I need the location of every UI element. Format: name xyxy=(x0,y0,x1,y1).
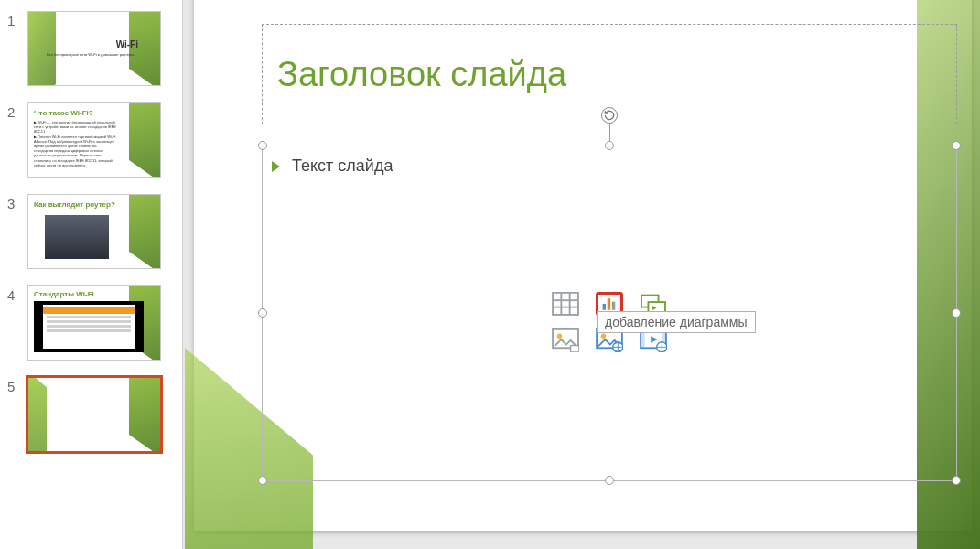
thumbnail-row-4[interactable]: 4 Стандарты Wi-Fi xyxy=(7,285,175,361)
resize-handle-br[interactable] xyxy=(952,476,961,485)
slide-editor-area[interactable]: Заголовок слайда Текст слайда xyxy=(183,0,980,549)
resize-handle-mr[interactable] xyxy=(952,308,961,318)
body-placeholder-text: Текст слайда xyxy=(292,156,393,176)
thumbnail-title: Wi-Fi xyxy=(116,39,138,49)
thumbnail-title: Как выглядит роутер? xyxy=(34,200,115,209)
thumbnail-slide-5[interactable] xyxy=(27,377,161,452)
svg-point-11 xyxy=(557,333,563,339)
thumbnail-row-1[interactable]: 1 Wi-Fi Все беспроводные сети Wi-Fi и до… xyxy=(7,11,175,86)
thumbnail-number: 5 xyxy=(7,377,22,394)
thumbnail-slide-2[interactable]: Что такое Wi-Fi? ▶ Wi-Fi — технология бе… xyxy=(27,102,161,178)
resize-handle-tl[interactable] xyxy=(258,141,267,150)
resize-handle-tm[interactable] xyxy=(605,141,614,150)
title-placeholder-text: Заголовок слайда xyxy=(277,55,566,94)
svg-rect-5 xyxy=(603,304,606,310)
insert-table-icon[interactable] xyxy=(552,292,579,316)
bullet-icon xyxy=(272,161,280,172)
resize-handle-ml[interactable] xyxy=(258,308,267,318)
thumbnail-slide-4[interactable]: Стандарты Wi-Fi xyxy=(27,285,161,361)
resize-handle-bm[interactable] xyxy=(605,476,614,485)
slide-canvas[interactable]: Заголовок слайда Текст слайда xyxy=(194,0,972,531)
thumbnail-number: 4 xyxy=(7,285,22,303)
rotation-stem xyxy=(609,124,610,141)
svg-point-14 xyxy=(601,333,607,339)
rotate-icon xyxy=(602,108,617,123)
tooltip: добавление диаграммы xyxy=(597,311,756,333)
thumbnail-slide-3[interactable]: Как выглядит роутер? xyxy=(27,194,161,269)
svg-rect-6 xyxy=(608,298,610,310)
thumbnail-row-2[interactable]: 2 Что такое Wi-Fi? ▶ Wi-Fi — технология … xyxy=(7,102,175,178)
thumbnail-row-3[interactable]: 3 Как выглядит роутер? xyxy=(7,194,175,269)
resize-handle-tr[interactable] xyxy=(952,141,961,150)
svg-rect-7 xyxy=(612,302,615,310)
rotation-handle[interactable] xyxy=(601,107,618,124)
thumbnail-row-5[interactable]: 5 xyxy=(7,377,175,452)
insert-picture-icon[interactable] xyxy=(552,328,579,352)
svg-rect-0 xyxy=(553,293,578,315)
slide-thumbnail-panel[interactable]: 1 Wi-Fi Все беспроводные сети Wi-Fi и до… xyxy=(0,0,183,549)
thumbnail-number: 1 xyxy=(7,11,22,28)
thumbnail-title: Стандарты Wi-Fi xyxy=(34,290,94,298)
svg-rect-12 xyxy=(571,345,579,351)
thumbnail-number: 2 xyxy=(7,102,22,120)
thumbnail-number: 3 xyxy=(7,194,22,211)
thumbnail-slide-1[interactable]: Wi-Fi Все беспроводные сети Wi-Fi и дома… xyxy=(27,11,161,86)
thumbnail-title: Что такое Wi-Fi? xyxy=(34,109,93,117)
resize-handle-bl[interactable] xyxy=(258,476,267,485)
svg-rect-17 xyxy=(641,331,645,349)
thumbnail-body: Все беспроводные сети Wi-Fi и домашние р… xyxy=(47,52,138,57)
